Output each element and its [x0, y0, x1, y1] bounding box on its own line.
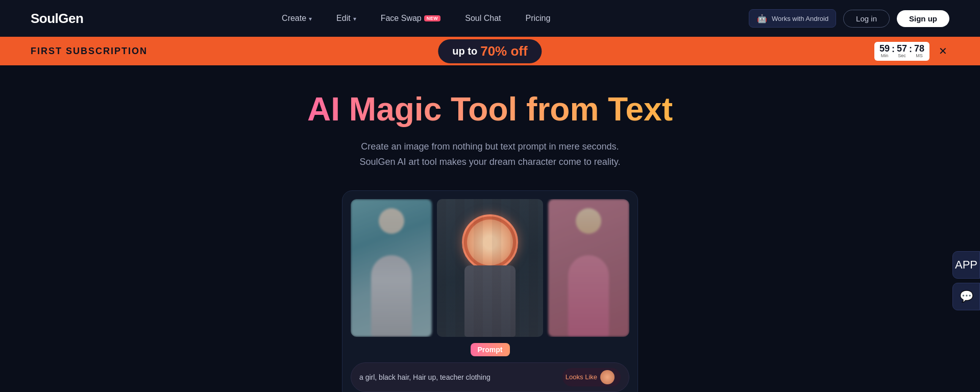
app-button[interactable]: APP: [952, 251, 980, 279]
countdown-sec-label: Sec: [898, 53, 906, 58]
app-icon: APP: [955, 258, 977, 272]
nav-label-soul-chat: Soul Chat: [465, 14, 501, 23]
looks-like-avatar: [600, 370, 615, 384]
prompt-bar: Prompt a girl, black hair, Hair up, teac…: [351, 343, 629, 392]
hero-title: AI Magic Tool from Text: [307, 91, 673, 129]
prompt-input-row[interactable]: a girl, black hair, Hair up, teacher clo…: [351, 362, 629, 392]
countdown-sep-1: :: [892, 44, 895, 55]
countdown-min-label: Min: [881, 53, 889, 58]
hero-subtitle-line1: Create an image from nothing but text pr…: [361, 141, 619, 152]
promo-discount: 70% off: [480, 43, 527, 59]
android-label: Works with Android: [772, 15, 828, 22]
showcase-image-center: [437, 199, 543, 337]
countdown-minutes: 59 Min: [879, 44, 890, 58]
hero-subtitle: Create an image from nothing but text pr…: [360, 139, 621, 170]
countdown-sec-value: 57: [897, 44, 907, 53]
signup-button[interactable]: Sign up: [897, 10, 949, 27]
hero-subtitle-line2: SoulGen AI art tool makes your dream cha…: [360, 157, 621, 167]
hero-section: AI Magic Tool from Text Create an image …: [0, 65, 980, 392]
countdown-ms: 78 MS: [914, 44, 924, 58]
chat-icon: 💬: [960, 290, 973, 303]
looks-like-pill[interactable]: Looks Like: [562, 368, 621, 386]
center-body: [464, 265, 516, 337]
promo-pill: up to 70% off: [438, 39, 542, 63]
promo-banner: FIRST SUBSCRIPTION up to 70% off 59 Min …: [0, 37, 980, 65]
showcase-image-left: [351, 199, 432, 337]
face-swap-circle: [462, 214, 518, 271]
promo-right: 59 Min : 57 Sec : 78 MS ✕: [874, 42, 949, 61]
login-button[interactable]: Log in: [843, 10, 890, 28]
prompt-label: Prompt: [471, 343, 510, 356]
promo-up-to: up to: [452, 45, 477, 57]
nav-right: 🤖 Works with Android Log in Sign up: [749, 9, 949, 28]
countdown-sep-2: :: [909, 44, 912, 55]
prompt-text: a girl, black hair, Hair up, teacher clo…: [359, 373, 557, 381]
nav-item-face-swap[interactable]: Face Swap NEW: [381, 14, 441, 23]
countdown-timer: 59 Min : 57 Sec : 78 MS: [874, 42, 929, 61]
promo-center: up to 70% off: [438, 39, 542, 63]
nav-item-pricing[interactable]: Pricing: [526, 14, 551, 23]
showcase-container: Prompt a girl, black hair, Hair up, teac…: [342, 190, 638, 392]
countdown-min-value: 59: [879, 44, 890, 53]
countdown-ms-value: 78: [914, 44, 924, 53]
logo[interactable]: SoulGen: [31, 11, 83, 27]
navbar: SoulGen Create Edit Face Swap NEW Soul C…: [0, 0, 980, 37]
floating-right-buttons: APP 💬: [952, 251, 980, 310]
nav-label-pricing: Pricing: [526, 14, 551, 23]
chevron-down-icon: [309, 14, 312, 23]
countdown-ms-label: MS: [916, 53, 923, 58]
nav-label-edit: Edit: [336, 14, 351, 23]
countdown-seconds: 57 Sec: [897, 44, 907, 58]
promo-text-left: FIRST SUBSCRIPTION: [31, 46, 148, 57]
close-banner-button[interactable]: ✕: [937, 46, 949, 56]
chevron-down-icon: [353, 14, 356, 23]
android-icon: 🤖: [756, 13, 768, 24]
chat-button[interactable]: 💬: [952, 283, 980, 310]
showcase-images: [351, 199, 629, 337]
nav-item-soul-chat[interactable]: Soul Chat: [465, 14, 501, 23]
nav-center: Create Edit Face Swap NEW Soul Chat Pric…: [282, 14, 550, 23]
nav-item-create[interactable]: Create: [282, 14, 312, 23]
face-inner: [467, 219, 513, 265]
nav-item-edit[interactable]: Edit: [336, 14, 356, 23]
android-badge[interactable]: 🤖 Works with Android: [749, 9, 836, 28]
looks-like-label: Looks Like: [566, 373, 597, 381]
new-badge: NEW: [424, 15, 441, 21]
showcase-image-right: [548, 199, 629, 337]
nav-label-face-swap: Face Swap: [381, 14, 422, 23]
nav-label-create: Create: [282, 14, 306, 23]
